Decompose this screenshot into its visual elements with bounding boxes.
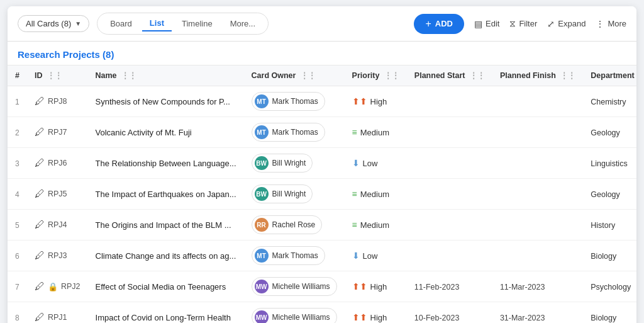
col-priority: Priority ⋮⋮ bbox=[345, 65, 407, 86]
owner-name: Michelle Williams bbox=[272, 282, 330, 291]
row-planned-start bbox=[407, 117, 492, 148]
drag-priority-icon[interactable]: ⋮⋮ bbox=[384, 71, 399, 80]
tab-list[interactable]: List bbox=[142, 16, 172, 31]
row-owner: BW Bill Wright bbox=[244, 179, 345, 210]
priority-high-icon: ⬆⬆ bbox=[352, 96, 367, 106]
table-row[interactable]: 6 🖊 RPJ3 Climate Change and its affects … bbox=[8, 241, 636, 271]
row-department: Chemistry bbox=[583, 86, 636, 117]
row-planned-finish bbox=[492, 210, 583, 241]
row-planned-start bbox=[407, 86, 492, 117]
priority-medium-icon: ≡ bbox=[352, 189, 357, 199]
row-planned-start bbox=[407, 210, 492, 241]
tab-more[interactable]: More... bbox=[223, 16, 263, 31]
cards-dropdown[interactable]: All Cards (8) ▼ bbox=[18, 15, 89, 32]
priority-cell: ⬇ Low bbox=[352, 251, 399, 261]
priority-low-icon: ⬇ bbox=[352, 158, 360, 168]
row-num: 6 bbox=[8, 241, 27, 271]
add-button[interactable]: + ADD bbox=[414, 14, 464, 34]
table-row[interactable]: 7 🖊 🔒 RPJ2 Effect of Social Media on Tee… bbox=[8, 271, 636, 302]
card-icon: 🖊 bbox=[35, 188, 45, 200]
owner-name: Mark Thomas bbox=[272, 251, 318, 260]
owner-avatar: BW bbox=[255, 156, 269, 170]
table-row[interactable]: 4 🖊 RPJ5 The Impact of Earthquakes on Ja… bbox=[8, 179, 636, 210]
table-row[interactable]: 8 🖊 RPJ1 Impact of Covid on Long-Term He… bbox=[8, 302, 636, 324]
row-priority: ⬇ Low bbox=[345, 241, 407, 271]
drag-id-icon[interactable]: ⋮⋮ bbox=[47, 71, 62, 80]
row-name: The Origins and Impact of the BLM ... bbox=[88, 210, 244, 241]
filter-icon: ⧖ bbox=[509, 18, 516, 29]
expand-label: Expand bbox=[558, 19, 586, 28]
row-num: 5 bbox=[8, 210, 27, 241]
priority-cell: ⬆⬆ High bbox=[352, 312, 399, 322]
row-icons-id: 🖊 RPJ3 bbox=[27, 241, 88, 271]
row-priority: ⬇ Low bbox=[345, 148, 407, 179]
card-icon: 🖊 bbox=[35, 157, 45, 169]
row-planned-finish bbox=[492, 148, 583, 179]
table-row[interactable]: 3 🖊 RPJ6 The Relationship Between Langua… bbox=[8, 148, 636, 179]
row-priority: ≡ Medium bbox=[345, 210, 407, 241]
top-bar: All Cards (8) ▼ Board List Timeline More… bbox=[8, 6, 636, 42]
col-start: Planned Start ⋮⋮ bbox=[407, 65, 492, 86]
owner-avatar: MT bbox=[255, 125, 269, 139]
row-icons-id: 🖊 RPJ1 bbox=[27, 302, 88, 324]
owner-name: Bill Wright bbox=[272, 159, 306, 167]
owner-avatar: MT bbox=[255, 249, 269, 263]
more-icon: ⋮ bbox=[596, 19, 604, 29]
row-icons-id: 🖊 RPJ6 bbox=[27, 148, 88, 179]
row-priority: ⬆⬆ High bbox=[345, 271, 407, 302]
expand-action[interactable]: ⤢ Expand bbox=[547, 19, 586, 29]
tab-board[interactable]: Board bbox=[103, 16, 140, 31]
priority-high-icon: ⬆⬆ bbox=[352, 281, 367, 292]
more-action[interactable]: ⋮ More bbox=[596, 19, 626, 29]
table-row[interactable]: 1 🖊 RPJ8 Synthesis of New Compounds for … bbox=[8, 86, 636, 117]
row-department: Biology bbox=[583, 302, 636, 324]
row-priority: ≡ Medium bbox=[345, 117, 407, 148]
row-planned-start bbox=[407, 179, 492, 210]
edit-action[interactable]: ▤ Edit bbox=[474, 19, 499, 29]
owner-avatar: MW bbox=[255, 310, 269, 323]
priority-cell: ≡ Medium bbox=[352, 127, 399, 137]
data-table: # ID ⋮⋮ Name ⋮⋮ Card Owner ⋮⋮ Priority ⋮… bbox=[8, 65, 636, 323]
priority-high-icon: ⬆⬆ bbox=[352, 312, 367, 322]
owner-name: Mark Thomas bbox=[272, 128, 318, 137]
owner-name: Bill Wright bbox=[272, 190, 306, 198]
drag-finish-icon[interactable]: ⋮⋮ bbox=[560, 71, 575, 80]
drag-start-icon[interactable]: ⋮⋮ bbox=[470, 71, 485, 80]
edit-label: Edit bbox=[486, 19, 499, 28]
row-owner: MT Mark Thomas bbox=[244, 241, 345, 271]
owner-name: Michelle Williams bbox=[272, 313, 330, 322]
owner-avatar: RR bbox=[255, 218, 269, 232]
row-num: 4 bbox=[8, 179, 27, 210]
row-department: Geology bbox=[583, 179, 636, 210]
row-icons-id: 🖊 RPJ7 bbox=[27, 117, 88, 148]
row-owner: MW Michelle Williams bbox=[244, 271, 345, 302]
priority-cell: ≡ Medium bbox=[352, 189, 399, 199]
row-name: Synthesis of New Compounds for P... bbox=[88, 86, 244, 117]
row-owner: MT Mark Thomas bbox=[244, 117, 345, 148]
row-owner: MW Michelle Williams bbox=[244, 302, 345, 324]
col-owner: Card Owner ⋮⋮ bbox=[244, 65, 345, 86]
filter-action[interactable]: ⧖ Filter bbox=[509, 18, 537, 29]
row-num: 3 bbox=[8, 148, 27, 179]
col-dept: Department ⋮⋮ bbox=[583, 65, 636, 86]
col-name: Name ⋮⋮ bbox=[88, 65, 244, 86]
col-id: ID ⋮⋮ bbox=[27, 65, 88, 86]
more-label: More bbox=[608, 19, 626, 28]
top-bar-right: + ADD ▤ Edit ⧖ Filter ⤢ Expand ⋮ More bbox=[414, 14, 626, 34]
drag-name-icon[interactable]: ⋮⋮ bbox=[121, 71, 136, 80]
row-planned-finish bbox=[492, 179, 583, 210]
row-planned-finish: 31-Mar-2023 bbox=[492, 302, 583, 324]
card-icon: 🖊 bbox=[35, 96, 45, 107]
table-row[interactable]: 5 🖊 RPJ4 The Origins and Impact of the B… bbox=[8, 210, 636, 241]
table-row[interactable]: 2 🖊 RPJ7 Volcanic Activity of Mt. Fuji M… bbox=[8, 117, 636, 148]
table-header-row: # ID ⋮⋮ Name ⋮⋮ Card Owner ⋮⋮ Priority ⋮… bbox=[8, 65, 636, 86]
drag-owner-icon[interactable]: ⋮⋮ bbox=[301, 71, 316, 80]
row-planned-finish bbox=[492, 241, 583, 271]
row-icons-id: 🖊 RPJ8 bbox=[27, 86, 88, 117]
filter-label: Filter bbox=[519, 19, 537, 28]
row-priority: ⬆⬆ High bbox=[345, 302, 407, 324]
row-icons-id: 🖊 RPJ4 bbox=[27, 210, 88, 241]
row-department: Geology bbox=[583, 117, 636, 148]
row-name: Volcanic Activity of Mt. Fuji bbox=[88, 117, 244, 148]
tab-timeline[interactable]: Timeline bbox=[174, 16, 220, 31]
